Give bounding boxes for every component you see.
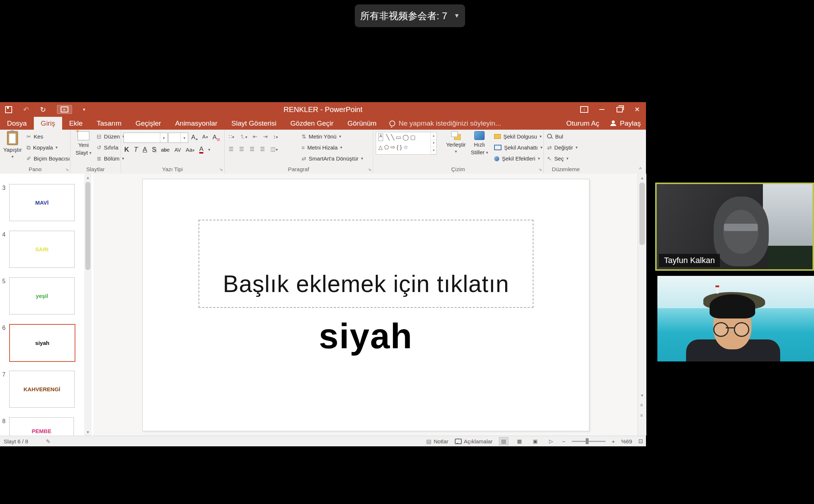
shape-fill-button[interactable]: Şekil Dolgusu ▾ xyxy=(494,133,542,140)
thumbnails-scroll-up-icon[interactable]: ▲ xyxy=(84,174,92,181)
shapes-gallery[interactable]: A ╲ ╲ ▭ ◯ ▢ △ ⬠ ⇨ { } ☆ ▲ ▼ ▼ xyxy=(376,132,437,155)
zoom-in-button[interactable]: + xyxy=(612,438,615,444)
quick-styles-button[interactable]: Hızlı Stiller▾ xyxy=(468,131,491,156)
zoom-slider-handle[interactable] xyxy=(586,438,589,444)
bold-button[interactable]: K xyxy=(124,146,129,154)
line-spacing-button[interactable]: ↕▾ xyxy=(273,133,278,140)
format-painter-button[interactable]: ✐ Biçim Boyacısı xyxy=(26,155,70,162)
slide-thumbnail-5[interactable]: yeşil xyxy=(9,277,75,314)
main-scrollbar[interactable]: ▲ ▼ « » xyxy=(638,174,646,436)
title-placeholder[interactable]: Başlık eklemek için tıklatın xyxy=(199,220,533,308)
reading-view-button[interactable]: ▣ xyxy=(531,437,540,445)
columns-button[interactable]: ◫▾ xyxy=(271,146,278,152)
tab-animations[interactable]: Animasyonlar xyxy=(168,117,224,130)
slide-body-text[interactable]: siyah xyxy=(143,316,589,356)
bullets-button[interactable]: ∷▾ xyxy=(229,133,234,140)
shape-textbox-icon[interactable]: A xyxy=(378,133,383,141)
tab-file[interactable]: Dosya xyxy=(0,117,34,130)
thumbnails-scroll-down-icon[interactable]: ▼ xyxy=(84,428,92,436)
thumbnails-scrollbar[interactable]: ▲ ▼ xyxy=(84,174,92,436)
shape-outline-button[interactable]: Şekil Anahattı ▾ xyxy=(494,144,542,151)
slide-editor[interactable]: Başlık eklemek için tıklatın siyah xyxy=(142,179,589,431)
fit-to-window-button[interactable]: ⊡ xyxy=(638,438,643,444)
scroll-thumb[interactable] xyxy=(639,183,645,245)
smartart-button[interactable]: ⇄ SmartArt'a Dönüştür ▾ xyxy=(301,155,363,162)
comments-button[interactable]: Açıklamalar xyxy=(455,438,493,444)
align-left-button[interactable]: ☰ xyxy=(229,146,233,152)
thumbnails-scroll-thumb[interactable] xyxy=(85,182,90,270)
change-case-button[interactable]: Aa▾ xyxy=(186,147,194,153)
shape-effects-button[interactable]: Şekil Efektleri ▾ xyxy=(494,155,540,162)
normal-view-button[interactable]: ▤ xyxy=(499,437,508,445)
italic-button[interactable]: T xyxy=(134,146,138,154)
tab-home[interactable]: Giriş xyxy=(34,117,62,130)
notes-button[interactable]: ▤ Notlar xyxy=(426,438,448,444)
shape-row1-icons[interactable]: ╲ ╲ ▭ ◯ ▢ xyxy=(386,133,415,141)
tab-insert[interactable]: Ekle xyxy=(62,117,90,130)
minimize-button[interactable] xyxy=(593,102,611,117)
previous-slide-icon[interactable]: « xyxy=(638,401,647,410)
restore-button[interactable] xyxy=(611,102,628,117)
slide-thumbnail-7[interactable]: KAHVERENGİ xyxy=(9,371,75,408)
justify-button[interactable]: ☰ xyxy=(260,146,265,152)
zoom-out-button[interactable]: − xyxy=(562,438,565,444)
character-spacing-button[interactable]: AV xyxy=(174,147,181,153)
slide-thumbnail-8[interactable]: PEMBE xyxy=(9,417,74,436)
font-color-button[interactable]: A xyxy=(199,146,203,154)
participants-dropdown[interactable]: 所有非视频参会者: 7 ▼ xyxy=(355,4,465,27)
font-name-combo[interactable]: ▾ xyxy=(124,133,168,143)
participant-video-2[interactable] xyxy=(657,276,814,361)
slideshow-view-button[interactable]: ▷ xyxy=(546,437,556,445)
cut-button[interactable]: ✂ Kes xyxy=(26,133,43,140)
underline-button[interactable]: A xyxy=(143,146,147,154)
find-button[interactable]: Bul xyxy=(547,133,563,140)
grow-font-button[interactable]: A▴ xyxy=(191,134,198,141)
slide-thumbnail-4[interactable]: SARI xyxy=(9,231,75,268)
ribbon-display-options-button[interactable]: ↑ xyxy=(575,102,593,117)
start-slideshow-button[interactable]: ▸ xyxy=(57,105,72,114)
undo-icon[interactable]: ↶ xyxy=(23,106,29,113)
align-center-button[interactable]: ☰ xyxy=(239,146,244,152)
collapse-ribbon-icon[interactable]: ^ xyxy=(639,166,642,172)
select-button[interactable]: ↖ Seç ▾ xyxy=(547,155,568,162)
tab-view[interactable]: Görünüm xyxy=(340,117,383,130)
paste-button[interactable]: Yapıştır ▾ xyxy=(1,131,24,159)
save-icon[interactable] xyxy=(5,106,12,113)
zoom-level[interactable]: %69 xyxy=(621,438,632,444)
section-button[interactable]: ≣ Bölüm ▾ xyxy=(97,155,124,162)
shape-row2-icons[interactable]: △ ⬠ ⇨ { } ☆ xyxy=(378,143,408,151)
new-slide-button[interactable]: Yeni Slayt▾ xyxy=(72,131,95,156)
sign-in-button[interactable]: Oturum Aç xyxy=(566,119,599,127)
next-slide-icon[interactable]: » xyxy=(638,411,647,420)
zoom-slider[interactable] xyxy=(572,441,606,442)
replace-button[interactable]: ⇄ Değiştir ▾ xyxy=(547,144,578,151)
copy-button[interactable]: ⧉ Kopyala ▾ xyxy=(26,144,57,151)
strikethrough-button[interactable]: abe xyxy=(161,147,169,153)
numbering-button[interactable]: ⒈▾ xyxy=(240,133,247,140)
scroll-up-icon[interactable]: ▲ xyxy=(638,174,646,182)
font-size-combo[interactable]: ▾ xyxy=(168,133,188,143)
tab-transitions[interactable]: Geçişler xyxy=(128,117,168,130)
qat-customize-icon[interactable]: ▾ xyxy=(83,107,85,112)
slide-thumbnail-3[interactable]: MAVİ xyxy=(9,184,75,221)
font-color-caret-icon[interactable]: ▾ xyxy=(208,147,210,152)
align-text-button[interactable]: ≡ Metni Hizala ▾ xyxy=(301,144,342,151)
decrease-indent-button[interactable]: ⇤ xyxy=(253,134,258,139)
slide-thumbnail-6-selected[interactable]: siyah xyxy=(9,324,75,362)
arrange-button[interactable]: Yerleştir ▾ xyxy=(444,131,468,154)
tab-slideshow[interactable]: Slayt Gösterisi xyxy=(224,117,283,130)
text-shadow-button[interactable]: S xyxy=(152,146,156,154)
clear-formatting-button[interactable]: A xyxy=(213,134,220,141)
increase-indent-button[interactable]: ⇥ xyxy=(263,134,268,139)
share-button[interactable]: Paylaş xyxy=(610,119,641,127)
align-right-button[interactable]: ☰ xyxy=(250,146,254,152)
spell-check-icon[interactable]: ✎ xyxy=(46,439,51,444)
slide-sorter-view-button[interactable]: ▦ xyxy=(515,437,524,445)
tell-me-box[interactable]: Ne yapmak istediğinizi söyleyin... xyxy=(389,117,501,130)
shrink-font-button[interactable]: A▾ xyxy=(202,134,208,140)
scroll-down-icon[interactable]: ▼ xyxy=(638,391,646,399)
close-button[interactable]: ✕ xyxy=(628,102,646,117)
shapes-scroll-down-icon[interactable]: ▼ xyxy=(431,140,436,147)
redo-icon[interactable]: ↻ xyxy=(40,106,46,113)
tab-design[interactable]: Tasarım xyxy=(90,117,129,130)
